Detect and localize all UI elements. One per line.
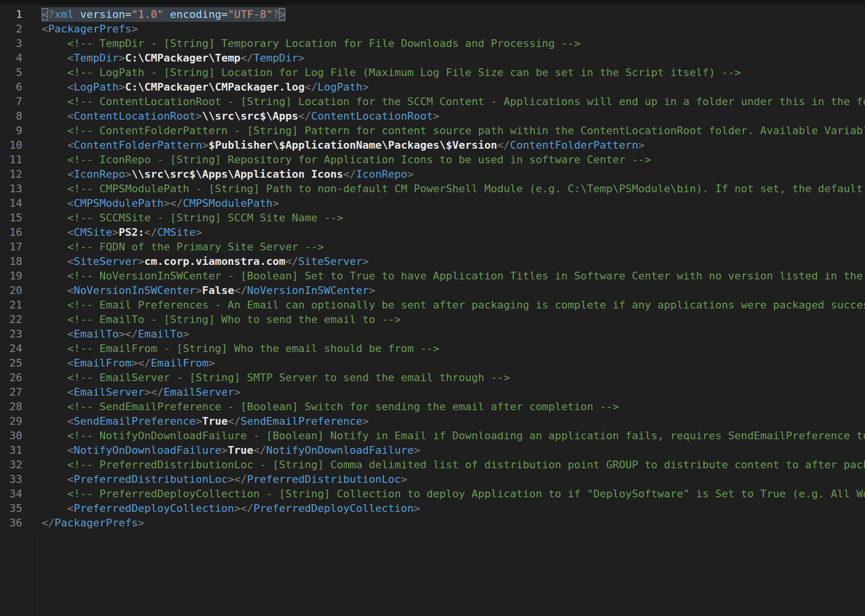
code-line[interactable]: 4 <TempDir>C:\CMPackager\Temp</TempDir>: [0, 51, 865, 65]
code-line[interactable]: 22 <!-- EmailTo - [String] Who to send t…: [0, 312, 865, 327]
line-content[interactable]: <!-- EmailFrom - [String] Who the email …: [42, 341, 439, 356]
code-line[interactable]: 1<?xml version="1.0" encoding="UTF-8"?>: [0, 7, 865, 22]
code-line[interactable]: 30 <!-- NotifyOnDownloadFailure - [Boole…: [0, 429, 865, 443]
code-line[interactable]: 33 <PreferredDistributionLoc></Preferred…: [0, 472, 865, 487]
code-line[interactable]: 17 <!-- FQDN of the Primary Site Server …: [0, 240, 865, 254]
line-content[interactable]: <!-- ContentLocationRoot - [String] Loca…: [42, 94, 865, 109]
line-number[interactable]: 34: [0, 487, 22, 501]
code-line[interactable]: 27 <EmailServer></EmailServer>: [0, 385, 865, 400]
line-number[interactable]: 29: [0, 414, 22, 429]
code-line[interactable]: 15 <!-- SCCMSite - [String] SCCM Site Na…: [0, 211, 865, 225]
line-number[interactable]: 7: [0, 94, 22, 109]
code-line[interactable]: 18 <SiteServer>cm.corp.viamonstra.com</S…: [0, 254, 865, 269]
line-content[interactable]: </PackagerPrefs>: [42, 516, 144, 530]
line-content[interactable]: <PreferredDeployCollection></PreferredDe…: [42, 501, 420, 516]
line-number[interactable]: 19: [0, 269, 22, 283]
line-content[interactable]: <!-- NoVersionInSWCenter - [Boolean] Set…: [42, 269, 865, 283]
code-line[interactable]: 26 <!-- EmailServer - [String] SMTP Serv…: [0, 370, 865, 385]
line-number[interactable]: 9: [0, 123, 22, 138]
line-number[interactable]: 12: [0, 167, 22, 182]
line-content[interactable]: <!-- SCCMSite - [String] SCCM Site Name …: [42, 211, 343, 225]
line-number[interactable]: 35: [0, 501, 22, 516]
line-content[interactable]: <!-- PreferredDeployCollection - [String…: [42, 487, 865, 501]
code-line[interactable]: 6 <LogPath>C:\CMPackager\CMPackager.log<…: [0, 80, 865, 94]
line-number[interactable]: 22: [0, 312, 22, 327]
line-number[interactable]: 36: [0, 516, 22, 530]
line-number[interactable]: 20: [0, 283, 22, 298]
line-number[interactable]: 26: [0, 370, 22, 385]
code-line[interactable]: 13 <!-- CMPSModulePath - [String] Path t…: [0, 182, 865, 196]
code-line[interactable]: 20 <NoVersionInSWCenter>False</NoVersion…: [0, 283, 865, 298]
line-number[interactable]: 24: [0, 341, 22, 356]
code-line[interactable]: 14 <CMPSModulePath></CMPSModulePath>: [0, 196, 865, 211]
code-line[interactable]: 9 <!-- ContentFolderPattern - [String] P…: [0, 123, 865, 138]
line-number[interactable]: 3: [0, 36, 22, 51]
line-number[interactable]: 2: [0, 22, 22, 36]
line-content[interactable]: <EmailFrom></EmailFrom>: [42, 356, 215, 370]
line-content[interactable]: <SendEmailPreference>True</SendEmailPref…: [42, 414, 369, 429]
line-content[interactable]: <ContentFolderPattern>$Publisher\$Applic…: [42, 138, 645, 153]
code-line[interactable]: 31 <NotifyOnDownloadFailure>True</Notify…: [0, 443, 865, 458]
code-line[interactable]: 29 <SendEmailPreference>True</SendEmailP…: [0, 414, 865, 429]
line-number[interactable]: 13: [0, 182, 22, 196]
code-line[interactable]: 11 <!-- IconRepo - [String] Repository f…: [0, 153, 865, 167]
line-content[interactable]: <!-- LogPath - [String] Location for Log…: [42, 65, 741, 80]
line-number[interactable]: 30: [0, 429, 22, 443]
line-number[interactable]: 14: [0, 196, 22, 211]
line-number[interactable]: 6: [0, 80, 22, 94]
code-line[interactable]: 3 <!-- TempDir - [String] Temporary Loca…: [0, 36, 865, 51]
code-line[interactable]: 28 <!-- SendEmailPreference - [Boolean] …: [0, 400, 865, 414]
code-line[interactable]: 32 <!-- PreferredDistributionLoc - [Stri…: [0, 458, 865, 472]
code-line[interactable]: 2<PackagerPrefs>: [0, 22, 865, 36]
code-line[interactable]: 23 <EmailTo></EmailTo>: [0, 327, 865, 341]
code-line[interactable]: 35 <PreferredDeployCollection></Preferre…: [0, 501, 865, 516]
code-line[interactable]: 10 <ContentFolderPattern>$Publisher\$App…: [0, 138, 865, 153]
line-content[interactable]: <!-- CMPSModulePath - [String] Path to n…: [42, 182, 865, 196]
code-line[interactable]: 21 <!-- Email Preferences - An Email can…: [0, 298, 865, 312]
line-content[interactable]: <SiteServer>cm.corp.viamonstra.com</Site…: [42, 254, 369, 269]
line-number[interactable]: 18: [0, 254, 22, 269]
line-content[interactable]: <NoVersionInSWCenter>False</NoVersionInS…: [42, 283, 375, 298]
code-line[interactable]: 36</PackagerPrefs>: [0, 516, 865, 530]
code-line[interactable]: 19 <!-- NoVersionInSWCenter - [Boolean] …: [0, 269, 865, 283]
line-content[interactable]: <!-- EmailTo - [String] Who to send the …: [42, 312, 401, 327]
line-content[interactable]: <EmailTo></EmailTo>: [42, 327, 189, 341]
code-line[interactable]: 25 <EmailFrom></EmailFrom>: [0, 356, 865, 370]
line-number[interactable]: 25: [0, 356, 22, 370]
line-number[interactable]: 11: [0, 153, 22, 167]
line-content[interactable]: <!-- PreferredDistributionLoc - [String]…: [42, 458, 865, 472]
line-content[interactable]: <PackagerPrefs>: [42, 22, 138, 36]
line-number[interactable]: 33: [0, 472, 22, 487]
line-number[interactable]: 32: [0, 458, 22, 472]
line-number[interactable]: 27: [0, 385, 22, 400]
line-number[interactable]: 31: [0, 443, 22, 458]
code-line[interactable]: 12 <IconRepo>\\src\src$\Apps\Application…: [0, 167, 865, 182]
line-content[interactable]: <!-- SendEmailPreference - [Boolean] Swi…: [42, 400, 619, 414]
line-number[interactable]: 5: [0, 65, 22, 80]
code-line[interactable]: 24 <!-- EmailFrom - [String] Who the ema…: [0, 341, 865, 356]
code-line[interactable]: 7 <!-- ContentLocationRoot - [String] Lo…: [0, 94, 865, 109]
line-number[interactable]: 16: [0, 225, 22, 240]
line-content[interactable]: <LogPath>C:\CMPackager\CMPackager.log</L…: [42, 80, 369, 94]
line-content[interactable]: <EmailServer></EmailServer>: [42, 385, 241, 400]
editor-pane[interactable]: 1<?xml version="1.0" encoding="UTF-8"?>2…: [0, 5, 865, 530]
line-number[interactable]: 1: [0, 7, 22, 22]
line-content[interactable]: <CMPSModulePath></CMPSModulePath>: [42, 196, 279, 211]
line-number[interactable]: 15: [0, 211, 22, 225]
line-number[interactable]: 21: [0, 298, 22, 312]
line-content[interactable]: <!-- Email Preferences - An Email can op…: [42, 298, 865, 312]
line-number[interactable]: 4: [0, 51, 22, 65]
line-content[interactable]: <!-- EmailServer - [String] SMTP Server …: [42, 370, 510, 385]
line-content[interactable]: <CMSite>PS2:</CMSite>: [42, 225, 202, 240]
line-number[interactable]: 28: [0, 400, 22, 414]
code-line[interactable]: 8 <ContentLocationRoot>\\src\src$\Apps</…: [0, 109, 865, 123]
line-content[interactable]: <NotifyOnDownloadFailure>True</NotifyOnD…: [42, 443, 420, 458]
line-content[interactable]: <ContentLocationRoot>\\src\src$\Apps</Co…: [42, 109, 439, 123]
code-line[interactable]: 16 <CMSite>PS2:</CMSite>: [0, 225, 865, 240]
code-line[interactable]: 34 <!-- PreferredDeployCollection - [Str…: [0, 487, 865, 501]
line-number[interactable]: 8: [0, 109, 22, 123]
line-content[interactable]: <PreferredDistributionLoc></PreferredDis…: [42, 472, 407, 487]
code-line[interactable]: 5 <!-- LogPath - [String] Location for L…: [0, 65, 865, 80]
line-content[interactable]: <!-- IconRepo - [String] Repository for …: [42, 153, 651, 167]
line-number[interactable]: 10: [0, 138, 22, 153]
